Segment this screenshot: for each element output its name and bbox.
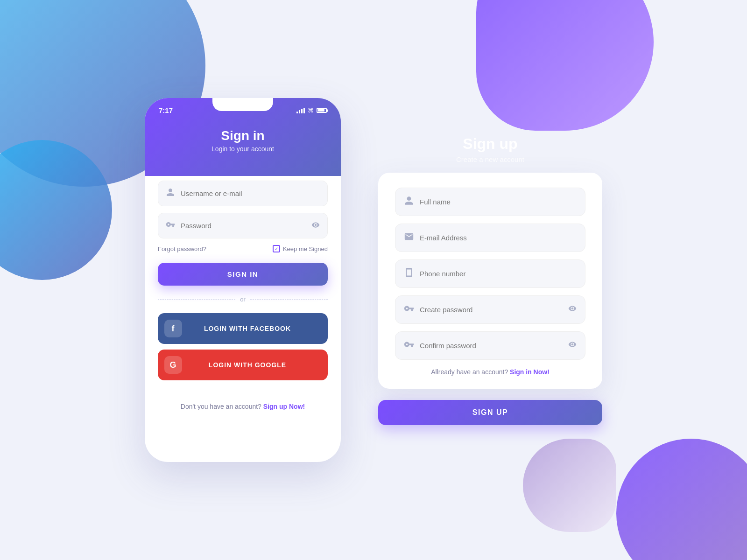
facebook-button[interactable]: f LOGIN WITH FACEBOOK xyxy=(158,313,328,344)
battery-icon xyxy=(317,108,327,113)
create-password-key-icon xyxy=(404,303,414,316)
signin-title-block: Sign in Login to your account xyxy=(159,128,327,153)
already-account-row: Allready have an account? Sign in Now! xyxy=(395,368,585,376)
signup-button[interactable]: SIGN UP xyxy=(378,400,602,425)
forgot-row: Forgot password? Keep me Signed xyxy=(158,245,328,252)
divider-text: or xyxy=(240,296,246,303)
create-password-input-group[interactable] xyxy=(395,295,585,324)
keep-signed-row: Keep me Signed xyxy=(273,245,328,252)
email-icon xyxy=(404,231,414,244)
signup-link[interactable]: Sign up Now! xyxy=(263,403,305,410)
confirm-password-input-group[interactable] xyxy=(395,331,585,360)
signin-title: Sign in xyxy=(159,128,327,143)
forgot-password-link[interactable]: Forgot password? xyxy=(158,245,206,252)
phone-time: 7:17 xyxy=(159,106,173,114)
password-input[interactable] xyxy=(181,222,311,230)
fullname-user-icon xyxy=(404,196,414,208)
signal-icon xyxy=(296,108,305,113)
keep-signed-label: Keep me Signed xyxy=(283,245,328,252)
google-button[interactable]: G LOGIN WITH GOOGLE xyxy=(158,350,328,380)
signup-subtitle: Create a new account xyxy=(456,155,524,163)
sign-in-button[interactable]: SIGN IN xyxy=(158,263,328,286)
create-password-input[interactable] xyxy=(420,306,568,314)
main-container: 7:17 ⌘ Sign in Login to your account xyxy=(0,0,747,560)
wifi-icon: ⌘ xyxy=(308,107,314,114)
phone-icon xyxy=(404,267,414,280)
signup-title: Sign up xyxy=(456,135,524,153)
user-icon xyxy=(166,188,175,199)
signup-panel: Sign up Create a new account xyxy=(378,135,602,425)
signin-subtitle: Login to your account xyxy=(159,145,327,153)
fullname-input-group[interactable] xyxy=(395,188,585,216)
eye-icon-create-password[interactable] xyxy=(568,304,577,315)
email-input-group[interactable] xyxy=(395,224,585,252)
facebook-icon: f xyxy=(164,320,182,337)
signup-card: Allready have an account? Sign in Now! xyxy=(378,173,602,389)
google-label: LOGIN WITH GOOGLE xyxy=(191,361,303,369)
footer-text: Don't you have an account? xyxy=(181,403,261,410)
phone-header: 7:17 ⌘ Sign in Login to your account xyxy=(145,98,341,176)
keep-signed-checkbox[interactable] xyxy=(273,245,280,252)
phone-input[interactable] xyxy=(420,270,577,278)
fullname-input[interactable] xyxy=(420,198,577,206)
confirm-password-input[interactable] xyxy=(420,342,568,350)
phone-input-group[interactable] xyxy=(395,259,585,288)
already-text: Allready have an account? xyxy=(431,368,508,376)
divider-line-left xyxy=(158,299,235,300)
password-input-group[interactable] xyxy=(158,213,328,238)
google-icon: G xyxy=(164,356,182,374)
username-input-group[interactable] xyxy=(158,181,328,206)
phone-mockup-signin: 7:17 ⌘ Sign in Login to your account xyxy=(145,98,341,462)
signup-header: Sign up Create a new account xyxy=(456,135,524,163)
facebook-label: LOGIN WITH FACEBOOK xyxy=(191,325,303,332)
eye-icon-signin[interactable] xyxy=(311,221,320,231)
key-icon xyxy=(166,220,175,231)
email-input[interactable] xyxy=(420,234,577,242)
divider-row: or xyxy=(158,296,328,303)
username-input[interactable] xyxy=(181,189,320,197)
phone-footer: Don't you have an account? Sign up Now! xyxy=(145,403,341,420)
phone-icons: ⌘ xyxy=(296,107,327,114)
signin-now-link[interactable]: Sign in Now! xyxy=(510,368,550,376)
confirm-password-key-icon xyxy=(404,339,414,352)
eye-icon-confirm-password[interactable] xyxy=(568,340,577,350)
phone-notch xyxy=(212,98,273,111)
divider-line-right xyxy=(250,299,328,300)
phone-body: Forgot password? Keep me Signed SIGN IN … xyxy=(145,167,341,393)
